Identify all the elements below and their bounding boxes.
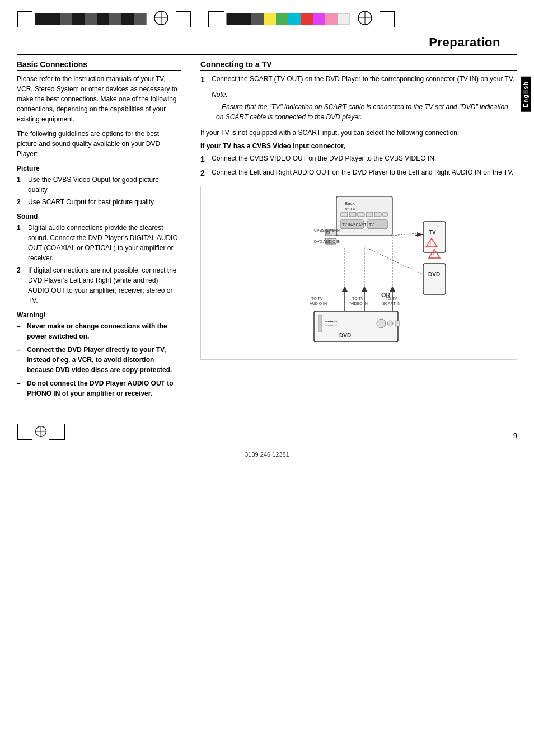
top-right-bracket-left [176,11,191,27]
svg-rect-30 [318,315,322,332]
left-column: Basic Connections Please refer to the in… [17,60,190,402]
intro-text: Please refer to the instruction manuals … [17,74,181,124]
compass-bottom-left [35,425,47,439]
svg-text:DVD AUDIO IN: DVD AUDIO IN [314,240,340,243]
svg-rect-13 [374,212,381,217]
sound-title: Sound [17,213,181,220]
right-column: English Connecting to a TV 1 Connect the… [190,60,517,402]
color-seg [109,13,121,25]
svg-point-33 [377,319,386,328]
svg-rect-37 [423,264,446,294]
note-block: Note: – Ensure that the "TV" indication … [212,90,517,122]
svg-text:Back: Back [345,201,355,206]
svg-rect-35 [395,321,400,326]
color-seg [288,13,301,25]
warning-list: – Never make or change connections with … [17,321,181,398]
cvbs-title: If your TV has a CVBS Video input connec… [200,142,517,150]
note-label: Note: [212,91,228,98]
warning-title: Warning! [17,311,181,319]
list-item: 1 Use the CVBS Video Ouput for good pict… [17,175,181,195]
svg-text:SCART IN: SCART IN [382,302,400,306]
svg-text:DVD: DVD [339,332,351,339]
svg-marker-40 [342,286,348,292]
list-item: 1 Connect the CVBS VIDEO OUT on the DVD … [200,153,517,165]
color-seg [227,13,239,25]
tv-steps: 1 Connect the SCART (TV OUT) on the DVD … [200,74,517,86]
bottom-left-brackets [17,424,65,440]
svg-rect-9 [341,212,348,217]
page-number-block: 9 [513,431,517,440]
sound-list: 1 Digital audio connections provide the … [17,223,181,306]
diagram-svg: Back of TV TV IN/SCART TV CVBS/SV-S IN [205,191,512,353]
doc-number: 3139 246 12381 [0,451,534,466]
color-seg [325,13,338,25]
english-tab: English [521,77,531,112]
svg-text:TO TV: TO TV [352,297,364,300]
picture-title: Picture [17,165,181,172]
color-seg [276,13,288,25]
list-item: – Do not connect the DVD Player AUDIO OU… [17,378,181,398]
page-title: Preparation [429,35,500,50]
list-item: – Never make or change connections with … [17,321,181,341]
list-item: – Connect the DVD Player directly to you… [17,345,181,375]
svg-text:!: ! [430,241,431,246]
top-left-bracket [17,11,32,27]
color-seg [48,13,60,25]
bottom-area: 9 [0,413,534,451]
top-right-bracket [380,11,395,27]
svg-text:of TV: of TV [345,206,356,212]
intro-text-2: The following guidelines are options for… [17,129,181,159]
color-seg [85,13,97,25]
picture-list: 1 Use the CVBS Video Ouput for good pict… [17,175,181,207]
svg-point-34 [387,321,393,326]
svg-text:VIDEO IN: VIDEO IN [350,302,368,306]
top-bar-area [0,0,534,33]
page-number: 9 [513,431,517,440]
svg-rect-14 [383,212,387,217]
svg-rect-12 [366,212,373,217]
color-seg [251,13,264,25]
svg-text:AUDIO IN: AUDIO IN [310,302,327,306]
svg-text:TV: TV [429,229,436,236]
svg-text:CVBS/SV-S IN: CVBS/SV-S IN [314,228,340,232]
top-bar-left [17,10,191,27]
main-content: Basic Connections Please refer to the in… [17,55,517,402]
svg-line-58 [364,247,423,275]
top-left-bracket-right [208,11,224,27]
color-seg [72,13,85,25]
connecting-to-tv-title: Connecting to a TV [200,60,517,71]
compass-symbol-right [357,10,373,27]
top-bar-right [208,10,395,27]
svg-text:DVD: DVD [428,271,440,278]
right-color-bar [226,13,350,25]
color-seg [264,13,276,25]
color-seg [134,13,146,25]
color-seg [97,13,109,25]
cvbs-steps: 1 Connect the CVBS VIDEO OUT on the DVD … [200,153,517,179]
svg-text:TO TV: TO TV [311,297,323,300]
svg-text:TV: TV [369,223,374,227]
left-color-bar [35,13,147,25]
color-seg [301,13,313,25]
svg-text:TO TV: TO TV [386,297,397,300]
svg-text:••••••••••: •••••••••• [325,320,337,323]
basic-connections-title: Basic Connections [17,60,181,71]
list-item: 2 Connect the Left and Right AUDIO OUT o… [200,167,517,179]
svg-text:••••••••••: •••••••••• [325,324,337,327]
color-seg [121,13,134,25]
list-item: 2 Use SCART Output for best picture qual… [17,197,181,207]
color-seg [60,13,72,25]
svg-marker-44 [362,286,367,292]
color-seg [313,13,325,25]
list-item: 1 Connect the SCART (TV OUT) on the DVD … [200,74,517,86]
connection-diagram: Back of TV TV IN/SCART TV CVBS/SV-S IN [200,186,517,360]
bottom-right-bracket [49,424,65,440]
page-header: Preparation [17,33,517,55]
svg-rect-10 [349,212,356,217]
color-seg [338,13,350,25]
svg-rect-11 [358,212,364,217]
if-no-scart-text: If your TV is not equipped with a SCART … [200,128,517,138]
color-seg [35,13,48,25]
svg-text:!: ! [433,252,434,257]
bottom-left-bracket [17,424,32,440]
